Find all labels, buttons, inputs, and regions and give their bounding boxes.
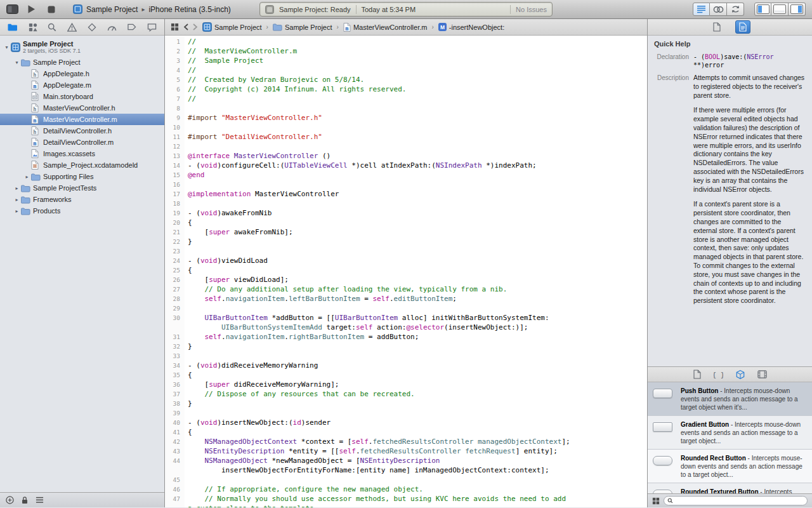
add-icon[interactable]: [6, 496, 14, 504]
code-lines[interactable]: 1//2// MasterViewController.m3// Sample …: [165, 36, 647, 507]
breadcrumb-item[interactable]: mMasterViewController.m: [343, 23, 428, 32]
toggle-navigator-button[interactable]: [754, 3, 771, 16]
log-navigator-icon[interactable]: [147, 23, 157, 32]
disclosure-triangle[interactable]: ▸: [23, 174, 31, 180]
library-item-rounded-textured-button[interactable]: Rounded Textured Button - Intercepts mou…: [648, 483, 812, 493]
code-line[interactable]: 41{: [165, 427, 647, 437]
code-line[interactable]: 47 // Normally you should use accessor m…: [165, 494, 647, 504]
tree-item-sample-project[interactable]: ▾Sample Project2 targets, iOS SDK 7.1: [0, 37, 164, 57]
code-line[interactable]: 34- (void)didReceiveMemoryWarning: [165, 361, 647, 370]
code-line[interactable]: 46 // If appropriate, configure the new …: [165, 485, 647, 494]
code-line[interactable]: 14- (void)configureCell:(UITableViewCell…: [165, 161, 647, 170]
code-line[interactable]: 16: [165, 180, 647, 189]
quick-help-icon[interactable]: [735, 20, 750, 34]
run-button[interactable]: [23, 3, 39, 17]
code-line[interactable]: 33: [165, 351, 647, 361]
tree-item-main-storyboard[interactable]: Main.storyboard: [0, 91, 164, 102]
toggle-utilities-button[interactable]: [789, 3, 806, 16]
disclosure-triangle[interactable]: ▾: [13, 60, 21, 65]
code-line[interactable]: 2// MasterViewController.m: [165, 46, 647, 56]
code-line[interactable]: 20{: [165, 218, 647, 227]
code-line[interactable]: 28 self.navigationItem.leftBarButtonItem…: [165, 294, 647, 304]
code-line[interactable]: 32}: [165, 342, 647, 351]
code-line[interactable]: a custom class to the template.: [165, 504, 647, 507]
code-line[interactable]: 13@interface MasterViewController (): [165, 151, 647, 161]
project-navigator-icon[interactable]: [8, 23, 18, 31]
tree-item-supporting-files[interactable]: ▸Supporting Files: [0, 171, 164, 182]
code-line[interactable]: 29: [165, 304, 647, 313]
breadcrumb-item[interactable]: M-insertNewObject:: [438, 23, 504, 31]
breadcrumb-item[interactable]: Sample Project: [273, 23, 332, 31]
code-line[interactable]: 25{: [165, 265, 647, 275]
code-line[interactable]: 37 // Dispose of any resources that can …: [165, 389, 647, 399]
tree-item-detailviewcontroller-h[interactable]: hDetailViewController.h: [0, 125, 164, 137]
media-library-icon[interactable]: [757, 370, 767, 378]
code-line[interactable]: 3// Sample Project: [165, 56, 647, 65]
code-line[interactable]: 19- (void)awakeFromNib: [165, 208, 647, 218]
disclosure-triangle[interactable]: ▸: [13, 208, 21, 214]
library-search-field[interactable]: [664, 496, 808, 505]
assistant-editor-button[interactable]: [710, 3, 727, 16]
tree-item-detailviewcontroller-m[interactable]: mDetailViewController.m: [0, 137, 164, 148]
forward-icon[interactable]: [193, 23, 198, 30]
code-line[interactable]: 36 [super didReceiveMemoryWarning];: [165, 380, 647, 389]
library-item-push-button[interactable]: Push Button - Intercepts mouse-down even…: [648, 382, 812, 416]
tree-item-sample-projecttests[interactable]: ▸Sample ProjectTests: [0, 182, 164, 194]
code-line[interactable]: 12: [165, 142, 647, 151]
scheme-project[interactable]: Sample Project: [86, 5, 138, 14]
tree-item-appdelegate-m[interactable]: mAppDelegate.m: [0, 79, 164, 91]
debug-navigator-icon[interactable]: [107, 23, 117, 31]
back-icon[interactable]: [183, 23, 188, 30]
code-line[interactable]: 27 // Do any additional setup after load…: [165, 284, 647, 294]
standard-editor-button[interactable]: [693, 3, 710, 16]
search-navigator-icon[interactable]: [48, 23, 56, 32]
code-line[interactable]: 21 [super awakeFromNib];: [165, 227, 647, 237]
breadcrumb-item[interactable]: Sample Project: [202, 22, 262, 32]
library-item-gradient-button[interactable]: Gradient Button - Intercepts mouse-down …: [648, 416, 812, 450]
code-line[interactable]: 15@end: [165, 170, 647, 180]
code-line[interactable]: 24- (void)viewDidLoad: [165, 256, 647, 265]
code-line[interactable]: 40- (void)insertNewObject:(id)sender: [165, 418, 647, 427]
disclosure-triangle[interactable]: ▾: [3, 44, 11, 50]
code-line[interactable]: 8: [165, 104, 647, 113]
library-item-rounded-rect-button[interactable]: Rounded Rect Button - Intercepts mouse-d…: [648, 450, 812, 483]
code-line[interactable]: 10: [165, 123, 647, 132]
file-inspector-icon[interactable]: [710, 21, 724, 33]
code-line[interactable]: 11#import "DetailViewController.h": [165, 132, 647, 142]
related-items-icon[interactable]: [171, 23, 179, 31]
lock-icon[interactable]: [21, 496, 29, 504]
code-line[interactable]: 22}: [165, 237, 647, 246]
code-line[interactable]: 4//: [165, 65, 647, 75]
code-line[interactable]: 35{: [165, 370, 647, 380]
code-line[interactable]: 45: [165, 475, 647, 485]
test-navigator-icon[interactable]: [88, 23, 96, 32]
tree-item-masterviewcontroller-h[interactable]: hMasterViewController.h: [0, 102, 164, 114]
code-line[interactable]: 39: [165, 408, 647, 418]
stop-button[interactable]: [44, 3, 59, 17]
object-library-icon[interactable]: [736, 370, 745, 380]
code-line[interactable]: 17@implementation MasterViewController: [165, 189, 647, 199]
disclosure-triangle[interactable]: ▸: [13, 185, 21, 191]
tree-item-sample-project-xcdatamodeld[interactable]: Sample_Project.xcdatamodeld: [0, 159, 164, 171]
tree-item-appdelegate-h[interactable]: hAppDelegate.h: [0, 68, 164, 79]
code-line[interactable]: 9#import "MasterViewController.h": [165, 113, 647, 123]
version-editor-button[interactable]: [727, 3, 744, 16]
tree-item-masterviewcontroller-m[interactable]: mMasterViewController.m: [0, 114, 164, 125]
code-line[interactable]: 1//: [165, 37, 647, 46]
scheme-selector[interactable]: Sample Project ▸ iPhone Retina (3.5-inch…: [73, 4, 231, 14]
lib-grid-icon[interactable]: [652, 497, 660, 505]
tree-item-frameworks[interactable]: ▸Frameworks: [0, 194, 164, 205]
tree-item-sample-project[interactable]: ▾Sample Project: [0, 57, 164, 68]
file-template-icon[interactable]: [693, 370, 701, 379]
toggle-debug-area-button[interactable]: [771, 3, 789, 16]
disclosure-triangle[interactable]: ▸: [13, 197, 21, 203]
code-line[interactable]: 23: [165, 246, 647, 256]
code-line[interactable]: UIBarButtonSystemItemAdd target:self act…: [165, 323, 647, 332]
breakpoint-navigator-icon[interactable]: [127, 23, 136, 31]
scheme-device[interactable]: iPhone Retina (3.5-inch): [148, 5, 230, 14]
code-line[interactable]: 26 [super viewDidLoad];: [165, 275, 647, 284]
tree-item-products[interactable]: ▸Products: [0, 205, 164, 217]
grid-icon[interactable]: [36, 496, 44, 504]
code-line[interactable]: 30 UIBarButtonItem *addButton = [[UIBarB…: [165, 313, 647, 323]
code-line[interactable]: 42 NSManagedObjectContext *context = [se…: [165, 437, 647, 446]
